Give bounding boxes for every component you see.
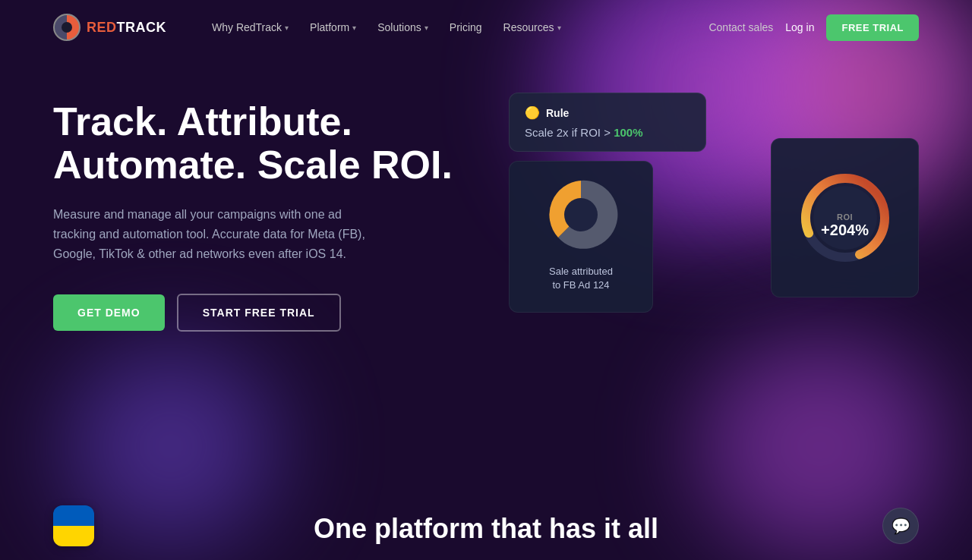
roi-gauge: ROI +204% — [796, 168, 895, 267]
rule-card-text: Scale 2x if ROI > 100% — [525, 126, 690, 139]
nav-solutions[interactable]: Solutions ▾ — [368, 15, 437, 39]
logo-icon — [53, 14, 80, 41]
hero-title: Track. Attribute.Automate. Scale ROI. — [53, 100, 463, 187]
pie-chart — [543, 177, 619, 253]
chevron-down-icon: ▾ — [352, 24, 356, 32]
login-link[interactable]: Log in — [785, 21, 814, 33]
roi-center: ROI +204% — [821, 212, 869, 239]
nav-right: Contact sales Log in FREE TRIAL — [708, 14, 919, 41]
chevron-down-icon: ▾ — [285, 24, 289, 32]
navbar: REDTRACK Why RedTrack ▾ Platform ▾ Solut… — [53, 0, 919, 55]
logo-text: REDTRACK — [87, 20, 166, 36]
get-demo-button[interactable]: GET DEMO — [53, 294, 165, 331]
rule-icon: 🟡 — [525, 105, 540, 120]
rule-card-header: 🟡 Rule — [525, 105, 690, 120]
rule-card: 🟡 Rule Scale 2x if ROI > 100% — [509, 93, 706, 152]
roi-value: +204% — [821, 222, 869, 239]
logo-red: RED — [87, 20, 117, 35]
rule-highlight: 100% — [614, 126, 642, 139]
roi-label: ROI — [821, 212, 869, 222]
chevron-down-icon: ▾ — [557, 24, 561, 32]
start-free-trial-button[interactable]: START FREE TRIAL — [177, 294, 341, 332]
free-trial-nav-button[interactable]: FREE TRIAL — [826, 14, 919, 41]
nav-pricing[interactable]: Pricing — [440, 15, 491, 39]
hero-subtitle: Measure and manage all your campaigns wi… — [53, 205, 387, 263]
nav-links: Why RedTrack ▾ Platform ▾ Solutions ▾ Pr… — [203, 15, 684, 39]
logo[interactable]: REDTRACK — [53, 14, 166, 41]
svg-point-0 — [564, 198, 598, 231]
hero-section: Track. Attribute.Automate. Scale ROI. Me… — [53, 55, 919, 351]
hero-left: Track. Attribute.Automate. Scale ROI. Me… — [53, 100, 463, 332]
nav-platform[interactable]: Platform ▾ — [301, 15, 365, 39]
roi-gauge-card: ROI +204% — [771, 138, 919, 297]
hero-buttons: GET DEMO START FREE TRIAL — [53, 294, 463, 332]
chevron-down-icon: ▾ — [424, 24, 428, 32]
rule-label: Rule — [546, 107, 569, 119]
contact-sales-link[interactable]: Contact sales — [708, 21, 773, 33]
pie-chart-card: Sale attributedto FB Ad 124 — [509, 161, 653, 313]
pie-chart-label: Sale attributedto FB Ad 124 — [549, 265, 613, 292]
nav-resources[interactable]: Resources ▾ — [494, 15, 570, 39]
nav-why-redtrack[interactable]: Why RedTrack ▾ — [203, 15, 298, 39]
hero-right: 🟡 Rule Scale 2x if ROI > 100% — [509, 93, 919, 351]
logo-white: TRACK — [117, 20, 167, 35]
